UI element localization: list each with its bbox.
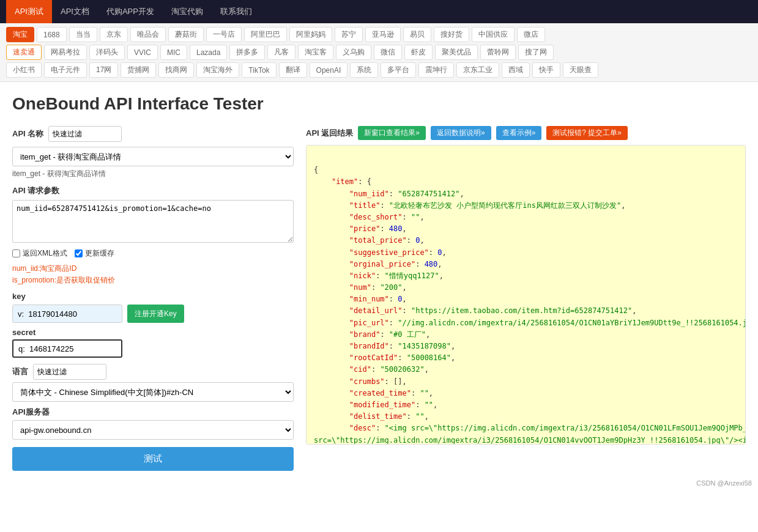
cat-lazada[interactable]: Lazada — [190, 45, 227, 60]
xml-checkbox[interactable] — [12, 249, 20, 257]
cat-zhenkunhang[interactable]: 震坤行 — [418, 62, 454, 78]
secret-input[interactable] — [12, 339, 122, 358]
content-area: API 名称 item_get - 获得淘宝商品详情 item_get - 获得… — [0, 120, 758, 477]
right-panel: API 返回结果 新窗口查看结果» 返回数据说明» 查看示例» 测试报错? 提交… — [306, 126, 746, 471]
cat-huobuwang[interactable]: 货捕网 — [121, 62, 156, 78]
data-doc-button[interactable]: 返回数据说明» — [431, 126, 491, 140]
cat-kuaishou[interactable]: 快手 — [532, 62, 560, 78]
topnav-contact[interactable]: 联系我们 — [212, 0, 261, 23]
param-hint-2: is_promotion:是否获取取促销价 — [12, 275, 294, 286]
cat-weidian[interactable]: 微店 — [517, 27, 545, 42]
cat-alibaba[interactable]: 阿里巴巴 — [244, 27, 287, 42]
cat-vvic[interactable]: VVIC — [127, 45, 158, 60]
left-panel: API 名称 item_get - 获得淘宝商品详情 item_get - 获得… — [12, 126, 294, 471]
topnav-taobao-proxy[interactable]: 淘宝代购 — [163, 0, 212, 23]
lang-select[interactable]: 简体中文 - Chinese Simplified(中文[简体])#zh-CN — [12, 382, 294, 402]
cat-china-supply[interactable]: 中国供应 — [472, 27, 515, 42]
cat-tianyancha[interactable]: 天眼查 — [563, 62, 598, 78]
cat-zhaoshang[interactable]: 找商网 — [158, 62, 194, 78]
cat-translate[interactable]: 翻译 — [279, 62, 307, 78]
server-select[interactable]: api-gw.onebound.cn — [12, 420, 294, 440]
cat-system[interactable]: 系统 — [350, 62, 378, 78]
lang-filter-row: 语言 — [12, 364, 294, 380]
cat-1688[interactable]: 1688 — [37, 27, 67, 42]
json-output[interactable]: { "item": { "num_iid": "652874751412", "… — [306, 145, 746, 445]
cache-checkbox-label[interactable]: 更新缓存 — [75, 248, 114, 259]
cat-jingdong[interactable]: 京东 — [100, 27, 128, 42]
cat-ebay[interactable]: 易贝 — [403, 27, 431, 42]
cat-wechat[interactable]: 微信 — [374, 45, 402, 60]
server-label: API服务器 — [12, 407, 294, 418]
cat-mic[interactable]: MIC — [160, 45, 187, 60]
topnav-api-test[interactable]: API测试 — [6, 0, 52, 23]
secret-row — [12, 339, 294, 358]
cat-sou[interactable]: 搜了网 — [518, 45, 554, 60]
cat-row-2: 速卖通 网易考拉 洋码头 VVIC MIC Lazada 拼多多 凡客 淘宝客 … — [6, 45, 752, 60]
cat-yihaodian[interactable]: 一号店 — [206, 27, 242, 42]
key-input[interactable] — [12, 305, 122, 323]
footer-text: CSDN @Anzexi58 — [696, 479, 752, 487]
cat-jumei[interactable]: 聚美优品 — [435, 45, 478, 60]
lang-label: 语言 — [12, 366, 28, 377]
lang-filter-input[interactable] — [33, 364, 106, 380]
cat-taobao[interactable]: 淘宝 — [6, 27, 34, 42]
example-button[interactable]: 查看示例» — [496, 126, 542, 140]
cat-xiaohongshu[interactable]: 小红书 — [6, 62, 42, 78]
cat-vipshop[interactable]: 唯品会 — [130, 27, 166, 42]
new-window-button[interactable]: 新窗口查看结果» — [358, 126, 426, 140]
top-navigation: API测试 API文档 代购APP开发 淘宝代购 联系我们 — [0, 0, 758, 23]
topnav-api-docs[interactable]: API文档 — [52, 0, 98, 23]
cat-jd-industry[interactable]: 京东工业 — [456, 62, 499, 78]
cache-label: 更新缓存 — [85, 248, 114, 259]
page-title: OneBound API Interface Tester — [0, 82, 758, 120]
api-select[interactable]: item_get - 获得淘宝商品详情 — [12, 147, 294, 166]
cat-multiplatform[interactable]: 多平台 — [381, 62, 416, 78]
report-button[interactable]: 测试报错? 提交工单» — [546, 126, 628, 140]
xml-label: 返回XML格式 — [23, 248, 67, 259]
cat-yiwugou[interactable]: 义乌购 — [336, 45, 371, 60]
cat-fanke[interactable]: 凡客 — [267, 45, 295, 60]
params-textarea[interactable]: num_iid=652874751412&is_promotion=1&cach… — [12, 200, 294, 243]
cat-leiling[interactable]: 蕾聆网 — [480, 45, 516, 60]
cat-pinduoduo[interactable]: 拼多多 — [229, 45, 265, 60]
lang-row: 语言 简体中文 - Chinese Simplified(中文[简体])#zh-… — [12, 364, 294, 402]
params-label: API 请求参数 — [12, 185, 294, 196]
checkbox-row: 返回XML格式 更新缓存 — [12, 248, 294, 259]
api-name-label: API 名称 — [12, 128, 43, 139]
test-button[interactable]: 测试 — [12, 447, 294, 471]
cat-tiktok[interactable]: TikTok — [242, 62, 276, 78]
cat-row-1: 淘宝 1688 当当 京东 唯品会 蘑菇街 一号店 阿里巴巴 阿里妈妈 苏宁 亚… — [6, 27, 752, 42]
api-filter-input[interactable] — [48, 126, 122, 142]
xml-checkbox-label[interactable]: 返回XML格式 — [12, 248, 67, 259]
cat-yangmatou[interactable]: 洋码头 — [89, 45, 125, 60]
cat-alimama[interactable]: 阿里妈妈 — [289, 27, 332, 42]
cat-shopee[interactable]: 虾皮 — [404, 45, 433, 60]
cat-taobao-oversea[interactable]: 淘宝海外 — [196, 62, 239, 78]
cat-row-3: 小红书 电子元件 17网 货捕网 找商网 淘宝海外 TikTok 翻译 Open… — [6, 62, 752, 78]
cat-xiyu[interactable]: 西域 — [502, 62, 530, 78]
topnav-app-dev[interactable]: 代购APP开发 — [98, 0, 163, 23]
register-key-button[interactable]: 注册开通Key — [127, 305, 184, 323]
cat-17wang[interactable]: 17网 — [89, 62, 118, 78]
cat-kaola[interactable]: 网易考拉 — [44, 45, 87, 60]
cache-checkbox[interactable] — [75, 249, 83, 257]
cat-suning[interactable]: 苏宁 — [335, 27, 363, 42]
key-label: key — [12, 292, 294, 301]
cat-openai[interactable]: OpenAI — [310, 62, 348, 78]
cat-mogujie[interactable]: 蘑菇街 — [168, 27, 204, 42]
cat-sohao[interactable]: 搜好货 — [434, 27, 469, 42]
cat-dangdang[interactable]: 当当 — [69, 27, 97, 42]
cat-electronics[interactable]: 电子元件 — [44, 62, 87, 78]
cat-amazon[interactable]: 亚马逊 — [365, 27, 401, 42]
secret-label: secret — [12, 328, 294, 337]
footer: CSDN @Anzexi58 — [0, 477, 758, 489]
result-header: API 返回结果 新窗口查看结果» 返回数据说明» 查看示例» 测试报错? 提交… — [306, 126, 746, 140]
cat-aliexpress[interactable]: 速卖通 — [6, 45, 42, 60]
param-hint-1: num_iid:淘宝商品ID — [12, 264, 294, 274]
key-row: 注册开通Key — [12, 305, 294, 323]
api-name-row: API 名称 — [12, 126, 294, 142]
cat-taobaoker[interactable]: 淘宝客 — [298, 45, 333, 60]
result-label: API 返回结果 — [306, 128, 353, 139]
api-description: item_get - 获得淘宝商品详情 — [12, 169, 294, 179]
category-navigation: 淘宝 1688 当当 京东 唯品会 蘑菇街 一号店 阿里巴巴 阿里妈妈 苏宁 亚… — [0, 23, 758, 82]
